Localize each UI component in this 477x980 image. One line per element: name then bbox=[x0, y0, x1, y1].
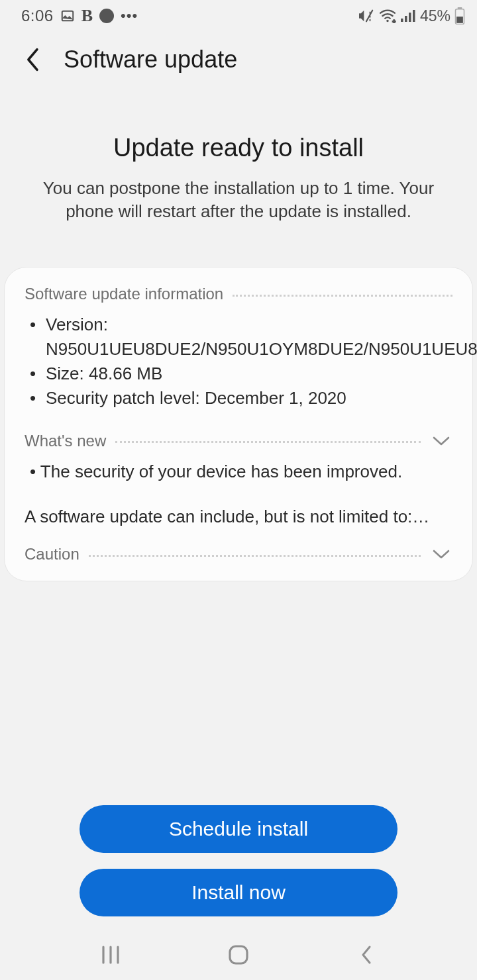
chevron-down-icon bbox=[431, 548, 451, 561]
b-app-icon: B bbox=[81, 6, 93, 26]
caution-heading: Caution bbox=[25, 545, 80, 564]
home-icon bbox=[227, 944, 250, 966]
update-card: Software update information Version: N95… bbox=[4, 267, 473, 581]
status-bar: 6:06 B ••• + 45% bbox=[0, 0, 477, 32]
battery-icon bbox=[454, 7, 465, 24]
whatsnew-body: • The security of your device has been i… bbox=[25, 460, 452, 529]
svg-point-1 bbox=[386, 20, 388, 22]
caution-section-header: Caution bbox=[25, 545, 452, 564]
mute-vibrate-icon bbox=[358, 9, 375, 23]
dotline bbox=[115, 441, 421, 443]
svg-rect-3 bbox=[401, 19, 403, 22]
caution-expand-button[interactable] bbox=[430, 545, 452, 564]
more-notifications-icon: ••• bbox=[121, 7, 138, 24]
whatsnew-heading: What's new bbox=[25, 432, 106, 450]
svg-rect-4 bbox=[405, 16, 407, 22]
svg-text:+: + bbox=[393, 19, 396, 23]
info-heading: Software update information bbox=[25, 285, 223, 303]
info-size: Size: 48.66 MB bbox=[30, 362, 452, 386]
schedule-install-button[interactable]: Schedule install bbox=[80, 805, 398, 853]
bottom-actions: Schedule install Install now bbox=[0, 805, 477, 916]
battery-percent: 45% bbox=[420, 7, 450, 25]
chevron-down-icon bbox=[431, 434, 451, 448]
svg-rect-6 bbox=[413, 10, 415, 22]
recents-icon bbox=[99, 945, 122, 965]
status-time: 6:06 bbox=[21, 7, 54, 25]
info-patch: Security patch level: December 1, 2020 bbox=[30, 386, 452, 411]
info-bullets: Version: N950U1UEU8DUE2/N950U1OYM8DUE2/N… bbox=[25, 313, 452, 420]
hero-subtitle: You can postpone the installation up to … bbox=[33, 177, 444, 223]
chevron-left-icon bbox=[358, 944, 374, 965]
chevron-left-icon bbox=[25, 47, 42, 72]
info-section-header: Software update information bbox=[25, 285, 452, 303]
whatsnew-expand-button[interactable] bbox=[430, 432, 452, 450]
whatsnew-bullet: • The security of your device has been i… bbox=[25, 460, 452, 485]
round-app-icon bbox=[99, 9, 114, 23]
app-bar: Software update bbox=[0, 32, 477, 82]
hero: Update ready to install You can postpone… bbox=[0, 82, 477, 250]
svg-rect-13 bbox=[230, 946, 247, 963]
info-version: Version: N950U1UEU8DUE2/N950U1OYM8DUE2/N… bbox=[30, 313, 452, 362]
install-now-button[interactable]: Install now bbox=[80, 869, 398, 916]
whatsnew-trail: A software update can include, but is no… bbox=[25, 505, 452, 530]
dotline bbox=[233, 295, 452, 297]
nav-home-button[interactable] bbox=[212, 938, 265, 971]
svg-rect-9 bbox=[456, 17, 463, 23]
nav-back-button[interactable] bbox=[340, 938, 393, 971]
svg-rect-5 bbox=[409, 13, 411, 22]
hero-title: Update ready to install bbox=[33, 134, 444, 162]
image-icon bbox=[60, 9, 75, 23]
android-nav-bar bbox=[0, 930, 477, 980]
back-button[interactable] bbox=[17, 44, 49, 75]
nav-recents-button[interactable] bbox=[84, 938, 137, 971]
signal-icon bbox=[400, 9, 416, 23]
page-title: Software update bbox=[64, 46, 237, 74]
whatsnew-section-header: What's new bbox=[25, 432, 452, 450]
dotline bbox=[89, 555, 421, 557]
wifi-icon: + bbox=[379, 9, 396, 23]
